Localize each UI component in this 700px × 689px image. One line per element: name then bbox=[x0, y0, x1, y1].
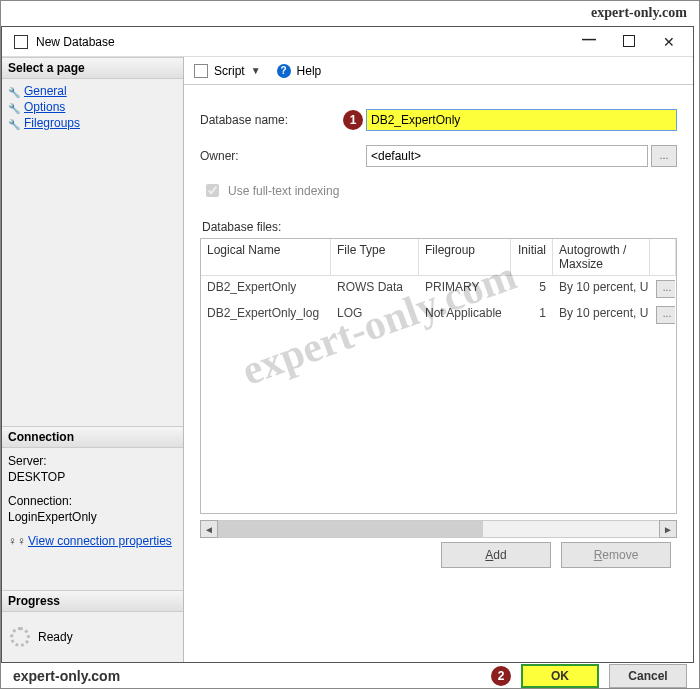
col-filegroup[interactable]: Filegroup bbox=[419, 239, 511, 275]
section-header-connection: Connection bbox=[2, 426, 183, 448]
view-connection-properties-link[interactable]: View connection properties bbox=[28, 534, 172, 548]
title-bar: New Database bbox=[2, 27, 693, 57]
server-value: DESKTOP bbox=[8, 470, 177, 484]
add-button[interactable]: Add bbox=[441, 542, 551, 568]
dbname-label: Database name: bbox=[200, 113, 340, 127]
cell-filegroup: PRIMARY bbox=[419, 276, 511, 302]
left-panel: Select a page General Options Filegroups bbox=[2, 57, 184, 662]
maximize-button[interactable] bbox=[609, 28, 649, 56]
owner-label: Owner: bbox=[200, 149, 340, 163]
fulltext-checkbox bbox=[206, 184, 219, 197]
ok-button[interactable]: OK bbox=[521, 664, 599, 688]
window-title: New Database bbox=[36, 35, 569, 49]
cell-autogrowth: By 10 percent, Unlimited bbox=[553, 276, 650, 302]
cell-logical-name: DB2_ExpertOnly_log bbox=[201, 302, 331, 328]
minimize-button[interactable] bbox=[569, 28, 609, 56]
page-link[interactable]: Options bbox=[24, 100, 65, 114]
watermark-bottom: expert-only.com bbox=[13, 668, 120, 684]
cell-initial: 5 bbox=[511, 276, 553, 302]
script-icon bbox=[194, 64, 208, 78]
scroll-right-icon[interactable]: ► bbox=[659, 520, 677, 538]
progress-spinner-icon bbox=[10, 627, 30, 647]
col-file-type[interactable]: File Type bbox=[331, 239, 419, 275]
cell-file-type: ROWS Data bbox=[331, 276, 419, 302]
cell-file-type: LOG bbox=[331, 302, 419, 328]
cell-logical-name: DB2_ExpertOnly bbox=[201, 276, 331, 302]
owner-input[interactable] bbox=[366, 145, 648, 167]
autogrowth-edit-button[interactable]: ... bbox=[656, 306, 676, 324]
table-row[interactable]: DB2_ExpertOnly_log LOG Not Applicable 1 … bbox=[201, 302, 676, 328]
wrench-icon bbox=[8, 117, 20, 129]
page-link[interactable]: Filegroups bbox=[24, 116, 80, 130]
table-row[interactable]: DB2_ExpertOnly ROWS Data PRIMARY 5 By 10… bbox=[201, 276, 676, 302]
files-grid[interactable]: Logical Name File Type Filegroup Initial… bbox=[200, 238, 677, 514]
section-header-progress: Progress bbox=[2, 590, 183, 612]
page-item-options[interactable]: Options bbox=[6, 99, 179, 115]
connection-body: Server: DESKTOP Connection: LoginExpertO… bbox=[2, 448, 183, 554]
help-button[interactable]: Help bbox=[297, 64, 322, 78]
server-label: Server: bbox=[8, 454, 177, 468]
scroll-track[interactable] bbox=[218, 520, 659, 538]
footer-bar: expert-only.com 2 OK Cancel bbox=[1, 663, 699, 688]
cell-autogrowth: By 10 percent, Unlimited bbox=[553, 302, 650, 328]
fulltext-label: Use full-text indexing bbox=[228, 184, 339, 198]
form-area: Database name: 1 Owner: ... Use full-tex… bbox=[184, 85, 693, 574]
connection-label: Connection: bbox=[8, 494, 177, 508]
page-item-filegroups[interactable]: Filegroups bbox=[6, 115, 179, 131]
scroll-left-icon[interactable]: ◄ bbox=[200, 520, 218, 538]
script-dropdown-icon[interactable]: ▼ bbox=[251, 65, 261, 76]
autogrowth-edit-button[interactable]: ... bbox=[656, 280, 676, 298]
page-item-general[interactable]: General bbox=[6, 83, 179, 99]
files-header-row: Logical Name File Type Filegroup Initial… bbox=[201, 239, 676, 276]
script-button[interactable]: Script bbox=[214, 64, 245, 78]
connection-value: LoginExpertOnly bbox=[8, 510, 177, 524]
watermark-top: expert-only.com bbox=[1, 1, 699, 26]
callout-1: 1 bbox=[340, 110, 366, 130]
close-button[interactable] bbox=[649, 28, 689, 56]
help-icon: ? bbox=[277, 64, 291, 78]
files-label: Database files: bbox=[202, 220, 677, 234]
wrench-icon bbox=[8, 101, 20, 113]
cell-initial: 1 bbox=[511, 302, 553, 328]
wrench-icon bbox=[8, 85, 20, 97]
toolbar: Script ▼ ? Help bbox=[184, 57, 693, 85]
progress-status: Ready bbox=[38, 630, 73, 644]
cell-filegroup: Not Applicable bbox=[419, 302, 511, 328]
page-link[interactable]: General bbox=[24, 84, 67, 98]
main-area: Script ▼ ? Help Database name: 1 Owner: bbox=[184, 57, 693, 662]
col-logical-name[interactable]: Logical Name bbox=[201, 239, 331, 275]
col-autogrowth[interactable]: Autogrowth / Maxsize bbox=[553, 239, 650, 275]
cancel-button[interactable]: Cancel bbox=[609, 664, 687, 688]
network-icon: ♀♀ bbox=[8, 534, 22, 548]
dbname-input[interactable] bbox=[366, 109, 677, 131]
callout-2: 2 bbox=[491, 666, 511, 686]
dialog-window: New Database Select a page General Optio… bbox=[1, 26, 694, 663]
scroll-thumb[interactable] bbox=[218, 521, 483, 537]
horizontal-scrollbar[interactable]: ◄ ► bbox=[200, 520, 677, 538]
btn-label: Remove bbox=[594, 548, 639, 562]
col-initial[interactable]: Initial bbox=[511, 239, 553, 275]
owner-browse-button[interactable]: ... bbox=[651, 145, 677, 167]
section-header-pages: Select a page bbox=[2, 57, 183, 79]
progress-body: Ready bbox=[2, 612, 183, 662]
remove-button[interactable]: Remove bbox=[561, 542, 671, 568]
page-list: General Options Filegroups bbox=[2, 79, 183, 135]
app-icon bbox=[14, 35, 28, 49]
btn-label: Add bbox=[485, 548, 506, 562]
